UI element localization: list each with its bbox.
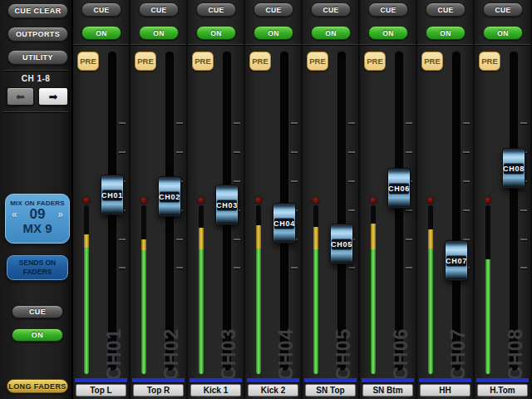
channel-strip: CUE ON PRE CH07 CH07 HH: [417, 0, 473, 399]
pre-badge[interactable]: PRE: [249, 52, 271, 71]
peak-indicator: [140, 197, 147, 204]
fader-scale-tick: [176, 151, 183, 153]
meter-green-segment: [84, 248, 89, 374]
channel-name-box[interactable]: H.Tom: [477, 384, 528, 397]
fader-cap-label: CH04: [274, 218, 294, 229]
mix-on-faders-panel[interactable]: MIX ON FADERS « 09 » MX 9: [5, 194, 70, 244]
divider: [360, 44, 416, 45]
channel-strip: CUE ON PRE CH03 CH03 Kick 1: [188, 0, 244, 399]
fader-track[interactable]: [452, 52, 461, 371]
fader-scale-tick: [463, 209, 470, 211]
channel-cue-button[interactable]: CUE: [254, 2, 293, 17]
fader-scale-tick: [291, 122, 298, 124]
channel-on-button[interactable]: ON: [311, 26, 351, 40]
fader-cap-label: CH08: [504, 163, 524, 174]
channel-cue-button[interactable]: CUE: [426, 2, 466, 17]
divider: [417, 44, 473, 45]
fader-cap[interactable]: CH02: [158, 176, 181, 217]
fader-scale-tick: [520, 267, 527, 268]
divider: [303, 44, 358, 45]
master-on-button[interactable]: ON: [12, 328, 63, 342]
channel-name-box[interactable]: Kick 1: [190, 384, 241, 397]
meter-green-segment: [313, 249, 318, 374]
fader-cap[interactable]: CH04: [273, 203, 296, 244]
peak-indicator: [255, 197, 262, 204]
channel-on-button[interactable]: ON: [81, 26, 121, 40]
fader-cap[interactable]: CH05: [330, 224, 353, 264]
channel-name-box[interactable]: SN Btm: [362, 384, 413, 397]
channel-cue-button[interactable]: CUE: [139, 2, 179, 17]
fader-cap[interactable]: CH06: [387, 168, 411, 209]
channel-strip: CUE ON PRE CH01 CH01 Top L: [73, 0, 129, 399]
channel-cue-button[interactable]: CUE: [483, 2, 523, 17]
channel-cue-button[interactable]: CUE: [196, 2, 236, 17]
fader-track[interactable]: [395, 52, 403, 371]
pre-badge[interactable]: PRE: [135, 52, 156, 71]
divider: [188, 44, 244, 45]
fader-scale-tick: [291, 267, 298, 268]
pre-badge[interactable]: PRE: [364, 52, 386, 71]
channel-name-box[interactable]: SN Top: [305, 384, 356, 397]
fader-scale-tick: [291, 151, 298, 153]
long-faders-button[interactable]: LONG FADERS: [7, 379, 68, 393]
channel-name-box[interactable]: Top R: [133, 384, 184, 397]
divider: [475, 44, 530, 45]
channel-on-button[interactable]: ON: [426, 26, 466, 40]
channel-on-button[interactable]: ON: [196, 26, 236, 40]
channel-color-bar: [362, 378, 414, 382]
meter-yellow-segment: [141, 239, 146, 250]
channel-on-button[interactable]: ON: [368, 26, 408, 40]
cue-clear-button[interactable]: CUE CLEAR: [7, 3, 68, 18]
pre-badge[interactable]: PRE: [421, 52, 443, 71]
fader-scale-tick: [406, 239, 412, 240]
pre-badge[interactable]: PRE: [192, 52, 214, 71]
channel-name-box[interactable]: HH: [420, 384, 470, 397]
mix-previous-icon[interactable]: «: [12, 209, 17, 220]
pre-badge[interactable]: PRE: [479, 52, 500, 71]
right-arrow-icon: ➡: [49, 91, 58, 103]
meter-yellow-segment: [256, 225, 261, 249]
channel-color-bar: [190, 378, 242, 382]
meter-green-segment: [199, 249, 204, 374]
fader-scale-tick: [520, 122, 527, 124]
channel-on-button[interactable]: ON: [139, 26, 179, 40]
fader-scale-tick: [463, 180, 470, 182]
channel-on-button[interactable]: ON: [483, 26, 523, 40]
fader-track[interactable]: [510, 52, 518, 371]
outports-button[interactable]: OUTPORTS: [7, 27, 68, 42]
peak-indicator: [83, 197, 90, 204]
channel-color-bar: [247, 378, 299, 382]
pre-badge[interactable]: PRE: [77, 52, 99, 71]
utility-button[interactable]: UTILITY: [7, 50, 68, 65]
fader-track[interactable]: [337, 52, 346, 371]
bank-next-button[interactable]: ➡: [38, 87, 68, 106]
channel-name-box[interactable]: Kick 2: [248, 384, 298, 397]
channel-strip: CUE ON PRE CH02 CH02 Top R: [131, 0, 186, 399]
fader-cap[interactable]: CH07: [445, 240, 468, 281]
fader-scale-tick: [348, 122, 355, 124]
mix-number: 09: [30, 206, 46, 223]
sends-on-faders-button[interactable]: SENDS ON FADERS: [7, 255, 68, 280]
channel-color-bar: [476, 378, 529, 382]
channel-cue-button[interactable]: CUE: [81, 2, 121, 17]
fader-cap[interactable]: CH01: [101, 175, 124, 215]
fader-cap-label: CH06: [389, 183, 409, 194]
fader-scale-tick: [291, 180, 298, 182]
peak-indicator: [370, 197, 377, 204]
pre-badge[interactable]: PRE: [307, 52, 328, 71]
peak-indicator: [198, 197, 204, 204]
bank-previous-button[interactable]: ⬅: [7, 87, 34, 106]
channel-on-button[interactable]: ON: [254, 26, 293, 40]
fader-cap[interactable]: CH08: [502, 148, 525, 189]
channel-cue-button[interactable]: CUE: [311, 2, 351, 17]
master-cue-button[interactable]: CUE: [12, 305, 63, 318]
fader-cap[interactable]: CH03: [215, 185, 239, 225]
meter-green-segment: [256, 249, 261, 374]
channel-cue-button[interactable]: CUE: [368, 2, 408, 17]
fader-scale-tick: [406, 267, 412, 268]
mix-next-icon[interactable]: »: [57, 209, 63, 220]
meter-green-segment: [371, 249, 376, 374]
channel-name-box[interactable]: Top L: [76, 384, 126, 397]
fader-cap-label: CH05: [332, 239, 352, 249]
divider: [73, 44, 129, 45]
